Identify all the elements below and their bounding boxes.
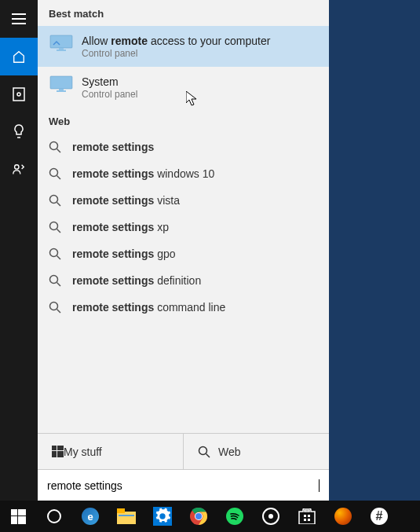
taskbar-slack[interactable]: # xyxy=(361,501,397,532)
taskbar-edge[interactable]: e xyxy=(72,501,108,532)
home-icon[interactable] xyxy=(0,38,38,75)
svg-point-9 xyxy=(50,142,58,150)
filter-web[interactable]: Web xyxy=(183,434,329,469)
search-box[interactable]: remote settings xyxy=(38,469,329,501)
filter-my-stuff[interactable]: My stuff xyxy=(38,434,183,469)
search-icon xyxy=(198,446,210,458)
taskbar-chrome[interactable] xyxy=(181,501,217,532)
svg-rect-4 xyxy=(59,48,64,50)
result-title: System xyxy=(82,75,137,89)
web-suggestion[interactable]: remote settings xp xyxy=(38,214,329,240)
svg-point-19 xyxy=(50,276,58,284)
filter-row: My stuff Web xyxy=(38,433,329,469)
taskbar-store[interactable] xyxy=(289,501,325,532)
svg-point-30 xyxy=(195,513,202,519)
best-match-header: Best match xyxy=(38,0,329,26)
search-results-panel: Best match Allow remote access to your c… xyxy=(38,0,329,501)
svg-rect-0 xyxy=(13,88,24,101)
svg-line-14 xyxy=(57,203,61,207)
gear-icon xyxy=(153,507,172,526)
cortana-button[interactable] xyxy=(36,501,72,532)
search-icon xyxy=(49,274,61,287)
taskbar-explorer[interactable] xyxy=(108,501,144,532)
result-subtitle: Control panel xyxy=(82,48,270,59)
result-title: Allow remote access to your computer xyxy=(82,34,270,48)
feedback-icon[interactable] xyxy=(0,151,38,189)
taskbar-settings[interactable] xyxy=(144,501,181,532)
search-icon xyxy=(49,141,61,153)
web-suggestion[interactable]: remote settings windows 10 xyxy=(38,160,329,187)
hash-icon: # xyxy=(371,508,388,525)
disc-icon xyxy=(262,508,279,525)
search-input[interactable]: remote settings xyxy=(47,479,319,492)
chrome-icon xyxy=(190,508,207,525)
monitor-icon xyxy=(49,75,74,94)
svg-rect-31 xyxy=(304,515,306,517)
search-icon xyxy=(49,221,61,233)
cortana-icon xyxy=(47,509,61,523)
web-suggestion[interactable]: remote settings command line xyxy=(38,294,329,321)
svg-point-13 xyxy=(50,196,58,204)
svg-rect-27 xyxy=(119,515,134,516)
search-icon xyxy=(49,301,61,314)
result-system[interactable]: System Control panel xyxy=(38,67,329,108)
search-icon xyxy=(49,194,61,207)
lightbulb-icon[interactable] xyxy=(0,113,38,151)
svg-line-22 xyxy=(57,310,61,314)
search-icon xyxy=(49,167,61,180)
svg-point-23 xyxy=(199,446,207,454)
svg-rect-32 xyxy=(308,515,310,517)
svg-line-16 xyxy=(57,229,61,233)
svg-line-20 xyxy=(57,283,61,287)
svg-rect-34 xyxy=(308,519,310,521)
svg-rect-25 xyxy=(117,512,136,524)
folder-icon xyxy=(117,508,136,524)
svg-rect-5 xyxy=(57,50,66,51)
svg-point-17 xyxy=(50,249,58,257)
taskbar-spotify[interactable] xyxy=(217,501,253,532)
web-suggestion[interactable]: remote settings gpo xyxy=(38,240,329,267)
cortana-sidebar xyxy=(0,0,38,501)
windows-icon xyxy=(11,509,26,524)
svg-line-10 xyxy=(57,149,61,153)
search-icon xyxy=(49,248,61,260)
svg-point-1 xyxy=(17,93,20,96)
notebook-icon[interactable] xyxy=(0,75,38,113)
svg-rect-7 xyxy=(59,89,64,90)
svg-point-15 xyxy=(50,222,58,230)
web-suggestion[interactable]: remote settings definition xyxy=(38,267,329,294)
result-subtitle: Control panel xyxy=(82,89,137,100)
svg-rect-6 xyxy=(50,76,72,89)
windows-icon xyxy=(52,446,64,457)
svg-rect-8 xyxy=(57,90,66,92)
web-suggestion[interactable]: remote settings xyxy=(38,134,329,160)
result-allow-remote[interactable]: Allow remote access to your computer Con… xyxy=(38,26,329,67)
monitor-icon xyxy=(49,34,74,53)
svg-line-18 xyxy=(57,256,61,260)
web-suggestions-list: remote settings remote settings windows … xyxy=(38,134,329,321)
svg-rect-33 xyxy=(304,519,306,521)
hamburger-icon[interactable] xyxy=(0,0,38,38)
spotify-icon xyxy=(226,508,243,525)
svg-point-21 xyxy=(50,303,58,310)
store-icon xyxy=(298,508,316,524)
firefox-icon xyxy=(334,508,352,525)
svg-point-11 xyxy=(50,169,58,177)
taskbar-app[interactable] xyxy=(253,501,289,532)
start-button[interactable] xyxy=(0,501,36,532)
svg-line-12 xyxy=(57,176,61,180)
svg-rect-3 xyxy=(50,35,72,48)
svg-point-2 xyxy=(15,165,19,169)
svg-rect-26 xyxy=(117,508,125,513)
taskbar-firefox[interactable] xyxy=(325,501,361,532)
edge-icon: e xyxy=(82,508,99,525)
web-suggestion[interactable]: remote settings vista xyxy=(38,187,329,214)
web-header: Web xyxy=(38,108,329,134)
taskbar: e # xyxy=(0,501,420,532)
svg-line-24 xyxy=(206,453,210,457)
